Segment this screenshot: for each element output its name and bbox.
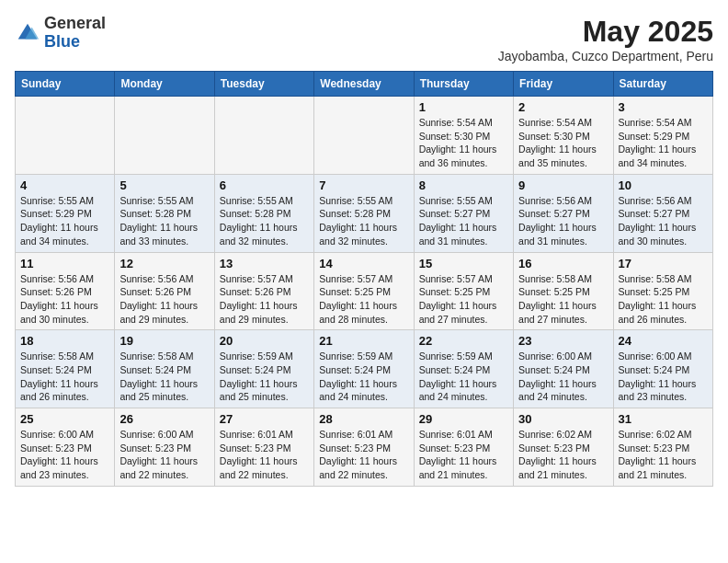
calendar-table: SundayMondayTuesdayWednesdayThursdayFrid… <box>15 71 713 487</box>
day-header: Wednesday <box>314 72 414 97</box>
day-info: Sunrise: 5:54 AM Sunset: 5:30 PM Dayligh… <box>518 116 608 170</box>
day-info: Sunrise: 5:58 AM Sunset: 5:25 PM Dayligh… <box>619 272 708 327</box>
calendar-day-cell: 5Sunrise: 5:55 AM Sunset: 5:28 PM Daylig… <box>115 174 214 252</box>
day-number: 1 <box>419 100 508 114</box>
month-title: May 2025 <box>498 15 713 49</box>
day-number: 25 <box>20 412 109 426</box>
calendar-day-cell <box>314 97 414 175</box>
day-header: Saturday <box>613 72 712 97</box>
day-info: Sunrise: 6:00 AM Sunset: 5:23 PM Dayligh… <box>119 428 209 482</box>
calendar-day-cell: 24Sunrise: 6:00 AM Sunset: 5:24 PM Dayli… <box>613 330 712 408</box>
day-number: 8 <box>419 178 508 192</box>
logo-general-text: General <box>44 14 106 32</box>
day-number: 18 <box>20 334 109 348</box>
calendar-week-row: 1Sunrise: 5:54 AM Sunset: 5:30 PM Daylig… <box>16 97 713 175</box>
calendar-day-cell: 28Sunrise: 6:01 AM Sunset: 5:23 PM Dayli… <box>314 408 414 487</box>
day-number: 31 <box>619 412 708 426</box>
day-info: Sunrise: 6:02 AM Sunset: 5:23 PM Dayligh… <box>619 428 708 482</box>
day-info: Sunrise: 5:54 AM Sunset: 5:30 PM Dayligh… <box>419 116 508 170</box>
calendar-day-cell: 8Sunrise: 5:55 AM Sunset: 5:27 PM Daylig… <box>414 174 513 252</box>
calendar-week-row: 25Sunrise: 6:00 AM Sunset: 5:23 PM Dayli… <box>16 408 713 487</box>
day-info: Sunrise: 6:01 AM Sunset: 5:23 PM Dayligh… <box>319 428 408 482</box>
calendar-day-cell: 4Sunrise: 5:55 AM Sunset: 5:29 PM Daylig… <box>16 174 115 252</box>
calendar-header-row: SundayMondayTuesdayWednesdayThursdayFrid… <box>16 72 713 97</box>
day-number: 13 <box>220 257 309 270</box>
calendar-day-cell: 2Sunrise: 5:54 AM Sunset: 5:30 PM Daylig… <box>514 97 613 175</box>
day-info: Sunrise: 5:57 AM Sunset: 5:26 PM Dayligh… <box>220 272 309 327</box>
day-info: Sunrise: 5:59 AM Sunset: 5:24 PM Dayligh… <box>220 350 309 404</box>
calendar-day-cell: 16Sunrise: 5:58 AM Sunset: 5:25 PM Dayli… <box>514 252 613 330</box>
day-number: 26 <box>119 412 209 426</box>
day-number: 6 <box>220 178 309 192</box>
day-info: Sunrise: 5:59 AM Sunset: 5:24 PM Dayligh… <box>419 350 508 404</box>
calendar-day-cell: 6Sunrise: 5:55 AM Sunset: 5:28 PM Daylig… <box>214 174 313 252</box>
day-number: 12 <box>119 257 209 270</box>
day-info: Sunrise: 5:55 AM Sunset: 5:28 PM Dayligh… <box>319 194 408 248</box>
day-info: Sunrise: 5:55 AM Sunset: 5:27 PM Dayligh… <box>419 194 508 248</box>
logo: General Blue <box>15 15 106 52</box>
calendar-day-cell: 30Sunrise: 6:02 AM Sunset: 5:23 PM Dayli… <box>514 408 613 487</box>
calendar-day-cell: 3Sunrise: 5:54 AM Sunset: 5:29 PM Daylig… <box>613 97 712 175</box>
day-number: 14 <box>319 257 408 270</box>
day-number: 30 <box>518 412 608 426</box>
calendar-day-cell: 9Sunrise: 5:56 AM Sunset: 5:27 PM Daylig… <box>514 174 613 252</box>
day-info: Sunrise: 5:56 AM Sunset: 5:27 PM Dayligh… <box>518 194 608 248</box>
day-info: Sunrise: 5:57 AM Sunset: 5:25 PM Dayligh… <box>319 272 408 327</box>
day-info: Sunrise: 6:02 AM Sunset: 5:23 PM Dayligh… <box>518 428 608 482</box>
day-header: Friday <box>514 72 613 97</box>
day-info: Sunrise: 6:00 AM Sunset: 5:23 PM Dayligh… <box>20 428 109 482</box>
day-number: 3 <box>619 100 708 114</box>
calendar-week-row: 4Sunrise: 5:55 AM Sunset: 5:29 PM Daylig… <box>16 174 713 252</box>
title-block: May 2025 Jayobamba, Cuzco Department, Pe… <box>498 15 713 63</box>
day-info: Sunrise: 6:01 AM Sunset: 5:23 PM Dayligh… <box>419 428 508 482</box>
day-number: 5 <box>119 178 209 192</box>
calendar-day-cell: 14Sunrise: 5:57 AM Sunset: 5:25 PM Dayli… <box>314 252 414 330</box>
day-number: 20 <box>220 334 309 348</box>
calendar-day-cell: 1Sunrise: 5:54 AM Sunset: 5:30 PM Daylig… <box>414 97 513 175</box>
location-subtitle: Jayobamba, Cuzco Department, Peru <box>498 49 713 63</box>
day-info: Sunrise: 5:56 AM Sunset: 5:27 PM Dayligh… <box>619 194 708 248</box>
day-header: Thursday <box>414 72 513 97</box>
calendar-day-cell: 19Sunrise: 5:58 AM Sunset: 5:24 PM Dayli… <box>115 330 214 408</box>
day-number: 9 <box>518 178 608 192</box>
day-number: 22 <box>419 334 508 348</box>
day-info: Sunrise: 5:58 AM Sunset: 5:25 PM Dayligh… <box>518 272 608 327</box>
calendar-day-cell: 11Sunrise: 5:56 AM Sunset: 5:26 PM Dayli… <box>16 252 115 330</box>
day-info: Sunrise: 5:56 AM Sunset: 5:26 PM Dayligh… <box>119 272 209 327</box>
day-number: 27 <box>220 412 309 426</box>
calendar-day-cell: 15Sunrise: 5:57 AM Sunset: 5:25 PM Dayli… <box>414 252 513 330</box>
day-info: Sunrise: 6:00 AM Sunset: 5:24 PM Dayligh… <box>518 350 608 404</box>
day-info: Sunrise: 5:57 AM Sunset: 5:25 PM Dayligh… <box>419 272 508 327</box>
calendar-day-cell <box>16 97 115 175</box>
day-number: 2 <box>518 100 608 114</box>
day-number: 15 <box>419 257 508 270</box>
calendar-day-cell: 17Sunrise: 5:58 AM Sunset: 5:25 PM Dayli… <box>613 252 712 330</box>
calendar-day-cell: 20Sunrise: 5:59 AM Sunset: 5:24 PM Dayli… <box>214 330 313 408</box>
calendar-day-cell: 7Sunrise: 5:55 AM Sunset: 5:28 PM Daylig… <box>314 174 414 252</box>
calendar-day-cell: 26Sunrise: 6:00 AM Sunset: 5:23 PM Dayli… <box>115 408 214 487</box>
calendar-week-row: 18Sunrise: 5:58 AM Sunset: 5:24 PM Dayli… <box>16 330 713 408</box>
day-header: Tuesday <box>214 72 313 97</box>
day-number: 10 <box>619 178 708 192</box>
day-info: Sunrise: 6:01 AM Sunset: 5:23 PM Dayligh… <box>220 428 309 482</box>
calendar-week-row: 11Sunrise: 5:56 AM Sunset: 5:26 PM Dayli… <box>16 252 713 330</box>
day-number: 19 <box>119 334 209 348</box>
day-info: Sunrise: 5:59 AM Sunset: 5:24 PM Dayligh… <box>319 350 408 404</box>
calendar-day-cell <box>214 97 313 175</box>
day-info: Sunrise: 5:55 AM Sunset: 5:28 PM Dayligh… <box>119 194 209 248</box>
day-info: Sunrise: 5:55 AM Sunset: 5:28 PM Dayligh… <box>220 194 309 248</box>
day-info: Sunrise: 5:54 AM Sunset: 5:29 PM Dayligh… <box>619 116 708 170</box>
calendar-day-cell: 29Sunrise: 6:01 AM Sunset: 5:23 PM Dayli… <box>414 408 513 487</box>
calendar-day-cell <box>115 97 214 175</box>
day-info: Sunrise: 5:58 AM Sunset: 5:24 PM Dayligh… <box>20 350 109 404</box>
calendar-day-cell: 25Sunrise: 6:00 AM Sunset: 5:23 PM Dayli… <box>16 408 115 487</box>
day-number: 16 <box>518 257 608 270</box>
page-header: General Blue May 2025 Jayobamba, Cuzco D… <box>15 15 713 63</box>
day-number: 4 <box>20 178 109 192</box>
day-header: Monday <box>115 72 214 97</box>
day-number: 28 <box>319 412 408 426</box>
calendar-day-cell: 27Sunrise: 6:01 AM Sunset: 5:23 PM Dayli… <box>214 408 313 487</box>
calendar-day-cell: 18Sunrise: 5:58 AM Sunset: 5:24 PM Dayli… <box>16 330 115 408</box>
logo-blue-text: Blue <box>44 32 80 51</box>
day-number: 11 <box>20 257 109 270</box>
